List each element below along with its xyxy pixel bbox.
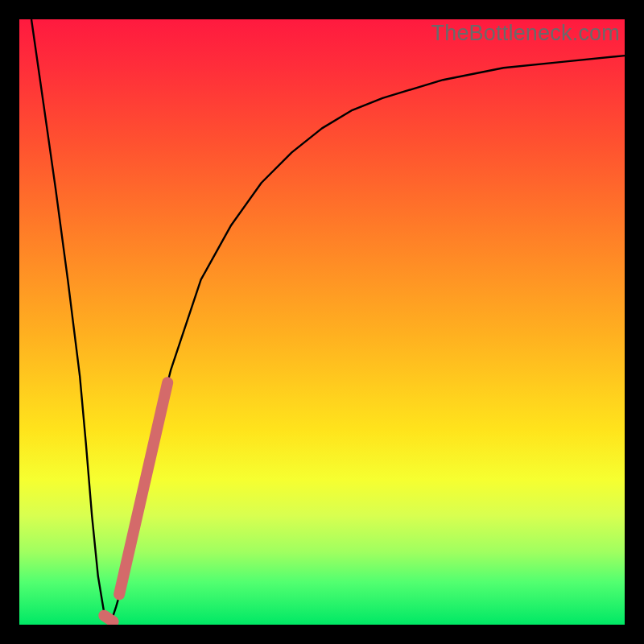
plot-area: TheBottleneck.com [19, 19, 625, 625]
highlight-segment-1 [119, 382, 167, 594]
curve-main [31, 19, 625, 625]
bottleneck-curve [19, 19, 625, 625]
highlight-segment-0 [104, 616, 113, 622]
chart-frame: TheBottleneck.com [0, 0, 644, 644]
